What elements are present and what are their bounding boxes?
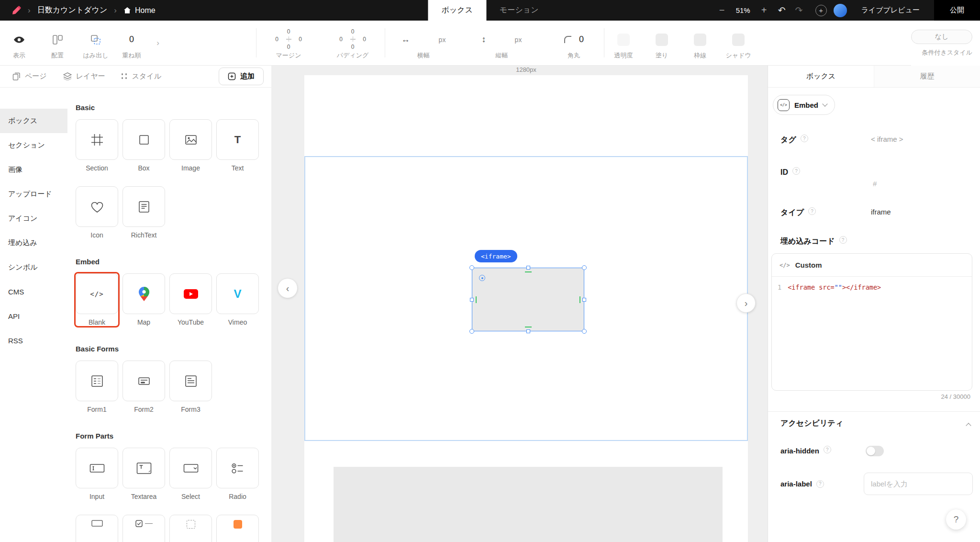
add-item-richtext[interactable]: RichText xyxy=(122,186,165,239)
breadcrumb-page-home[interactable]: Home xyxy=(123,6,156,15)
shadow-swatch[interactable] xyxy=(732,34,745,46)
invite-member-button[interactable]: + xyxy=(815,5,827,16)
opacity-swatch[interactable] xyxy=(617,34,630,46)
add-item-image[interactable]: Image xyxy=(169,119,212,172)
iframe-element[interactable] xyxy=(472,268,584,331)
border-control[interactable]: 枠線 xyxy=(681,21,719,65)
opacity-control[interactable]: 透明度 xyxy=(604,21,643,65)
add-item-youtube[interactable]: YouTube xyxy=(169,273,212,326)
element-type-selector[interactable]: </> Embed xyxy=(773,95,835,115)
type-value[interactable]: iframe xyxy=(871,208,891,216)
tag-help-icon[interactable]: ? xyxy=(801,135,808,142)
add-item-text[interactable]: T Text xyxy=(216,119,259,172)
padding-right-value[interactable]: 0 xyxy=(362,36,367,43)
resize-handle-top-right[interactable] xyxy=(582,265,587,270)
margin-right-value[interactable]: 0 xyxy=(298,36,303,43)
iframe-selection-badge[interactable]: <iframe> xyxy=(475,250,517,262)
width-control[interactable]: ↔ px 横幅 xyxy=(385,21,462,65)
category-cms[interactable]: CMS xyxy=(0,280,67,304)
resize-handle-bottom[interactable] xyxy=(526,329,530,333)
resize-handle-top[interactable] xyxy=(526,266,530,270)
add-item-radio[interactable]: Radio xyxy=(216,448,259,500)
code-editor-body[interactable]: 1 <iframe src=""></iframe> xyxy=(772,277,972,298)
embed-code-help-icon[interactable]: ? xyxy=(839,236,847,244)
add-item-blank-embed[interactable]: </> Blank xyxy=(76,273,118,326)
category-image[interactable]: 画像 xyxy=(0,158,67,182)
padding-top-value[interactable]: 0 xyxy=(350,28,355,35)
aria-hidden-help-icon[interactable]: ? xyxy=(824,446,831,453)
category-embed[interactable]: 埋め込み xyxy=(0,231,67,255)
radius-control[interactable]: 0 角丸 xyxy=(547,21,600,65)
add-item-select[interactable]: Select xyxy=(169,448,212,500)
tab-box-settings[interactable]: ボックス xyxy=(768,66,874,87)
padding-left-value[interactable]: 0 xyxy=(339,36,344,43)
resize-handle-right[interactable] xyxy=(582,298,586,302)
category-rss[interactable]: RSS xyxy=(0,328,67,353)
add-item-form1[interactable]: Form1 xyxy=(76,361,118,413)
resize-handle-bottom-right[interactable] xyxy=(582,329,587,334)
add-item-partial-dashed[interactable] xyxy=(169,515,212,542)
alignment-control[interactable]: 配置 xyxy=(38,21,77,65)
aria-label-help-icon[interactable]: ? xyxy=(816,480,824,488)
add-item-vimeo[interactable]: V Vimeo xyxy=(216,273,259,326)
category-api[interactable]: API xyxy=(0,304,67,328)
margin-control[interactable]: 0 0 0 0 マージン xyxy=(256,21,321,65)
id-help-icon[interactable]: ? xyxy=(792,167,800,175)
add-item-box[interactable]: Box xyxy=(122,119,165,172)
radius-value[interactable]: 0 xyxy=(579,34,584,45)
redo-button[interactable]: ↷ xyxy=(795,5,803,16)
fill-swatch[interactable] xyxy=(656,34,668,46)
tab-pages[interactable]: ページ xyxy=(12,72,47,81)
zoom-in-button[interactable]: + xyxy=(760,5,768,16)
overflow-control[interactable]: はみ出し xyxy=(77,21,115,65)
live-preview-button[interactable]: ライブプレビュー xyxy=(857,6,924,15)
breadcrumb-project[interactable]: 日数カウントダウン xyxy=(37,5,108,15)
tab-styles[interactable]: スタイル xyxy=(122,72,161,81)
chevron-up-icon[interactable] xyxy=(966,423,971,428)
zoom-level[interactable]: 51% xyxy=(736,6,750,14)
add-item-input[interactable]: Input xyxy=(76,448,118,500)
user-avatar[interactable] xyxy=(834,4,847,17)
resize-handle-bottom-left[interactable] xyxy=(469,329,474,334)
margin-left-value[interactable]: 0 xyxy=(275,36,279,43)
visibility-control[interactable]: 表示 xyxy=(0,21,38,65)
zindex-expand-chevron[interactable]: › xyxy=(148,21,167,65)
collapse-left-panel-button[interactable]: ‹ xyxy=(278,279,297,298)
margin-top-value[interactable]: 0 xyxy=(286,28,291,35)
add-item-form3[interactable]: Form3 xyxy=(169,361,212,413)
margin-bottom-value[interactable]: 0 xyxy=(286,44,291,50)
padding-bottom-value[interactable]: 0 xyxy=(350,44,355,50)
undo-button[interactable]: ↶ xyxy=(778,5,786,16)
type-help-icon[interactable]: ? xyxy=(808,207,816,215)
border-swatch[interactable] xyxy=(694,34,706,46)
help-button[interactable]: ? xyxy=(946,509,966,530)
category-box[interactable]: ボックス xyxy=(0,109,67,133)
tab-history[interactable]: 履歴 xyxy=(874,66,980,87)
add-item-map[interactable]: Map xyxy=(122,273,165,326)
expand-right-button[interactable]: › xyxy=(736,294,756,313)
tab-motion-mode[interactable]: モーション xyxy=(486,0,552,21)
aria-label-input[interactable] xyxy=(864,473,973,495)
padding-control[interactable]: 0 0 0 0 パディング xyxy=(321,21,385,65)
tab-layers[interactable]: レイヤー xyxy=(63,72,105,81)
embed-code-editor[interactable]: </> Custom 1 <iframe src=""></iframe> xyxy=(771,253,972,391)
add-item-partial-1[interactable] xyxy=(76,515,118,542)
id-input[interactable] xyxy=(873,180,930,188)
add-item-textarea[interactable]: Textarea xyxy=(122,448,165,500)
placeholder-block[interactable] xyxy=(334,467,723,542)
resize-handle-left[interactable] xyxy=(470,298,474,302)
conditional-style-button[interactable]: なし xyxy=(911,30,972,44)
fill-control[interactable]: 塗り xyxy=(643,21,681,65)
app-logo-pencil-icon[interactable] xyxy=(11,6,21,15)
shadow-control[interactable]: シャドウ xyxy=(719,21,757,65)
add-item-form2[interactable]: Form2 xyxy=(122,361,165,413)
zindex-control[interactable]: 0 重ね順 xyxy=(115,21,148,65)
add-item-icon[interactable]: Icon xyxy=(76,186,118,239)
category-symbol[interactable]: シンボル xyxy=(0,255,67,280)
tab-box-mode[interactable]: ボックス xyxy=(428,0,487,21)
resize-handle-top-left[interactable] xyxy=(469,265,474,270)
zindex-value[interactable]: 0 xyxy=(129,28,134,51)
tab-add[interactable]: 追加 xyxy=(219,68,264,85)
design-canvas[interactable]: 1280px <iframe> ‹ › xyxy=(271,66,768,542)
height-control[interactable]: ↕ px 縦幅 xyxy=(462,21,542,65)
